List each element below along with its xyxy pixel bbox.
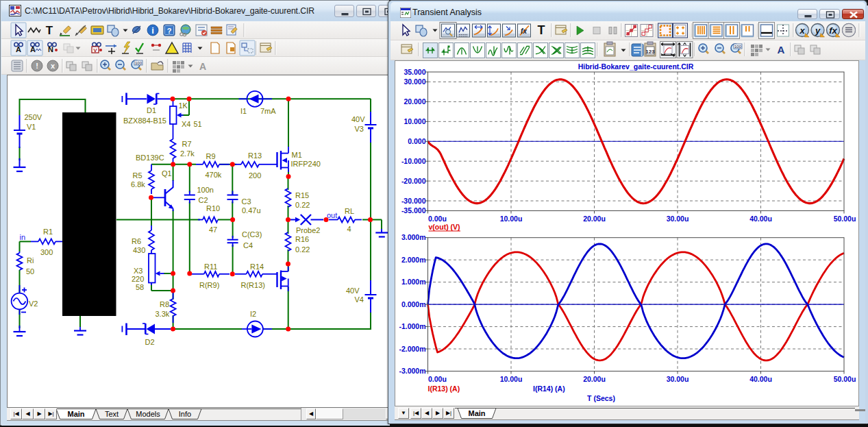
svg-text:20.000: 20.000 — [404, 97, 425, 106]
svg-text:3.3k: 3.3k — [156, 310, 170, 318]
svg-text:220: 220 — [132, 275, 144, 283]
svg-text:470k: 470k — [206, 171, 222, 179]
svg-text:R5: R5 — [133, 171, 142, 180]
svg-text:R15: R15 — [295, 191, 309, 199]
svg-text:-10.000: -10.000 — [401, 157, 426, 165]
svg-text:40V: 40V — [346, 286, 360, 295]
svg-text:M1: M1 — [292, 151, 302, 159]
svg-text:C4: C4 — [243, 241, 253, 249]
svg-text:Text: Text — [105, 410, 119, 418]
svg-text:N: N — [48, 45, 53, 53]
svg-text:51: 51 — [194, 120, 202, 128]
svg-text:58: 58 — [136, 283, 144, 291]
svg-text:R8: R8 — [160, 300, 169, 308]
svg-text:R16: R16 — [295, 235, 309, 243]
svg-text:-3.000m: -3.000m — [399, 367, 425, 375]
svg-text:C(C3): C(C3) — [242, 230, 262, 239]
svg-text:4: 4 — [347, 225, 351, 233]
svg-text:D1: D1 — [147, 106, 156, 114]
svg-text:V4: V4 — [355, 295, 364, 304]
svg-text:430: 430 — [133, 246, 145, 254]
svg-text:50: 50 — [26, 267, 34, 276]
svg-text:0.22: 0.22 — [295, 245, 310, 254]
svg-text:0.00u: 0.00u — [428, 375, 447, 383]
svg-text:20.00u: 20.00u — [583, 375, 606, 383]
svg-text:10.000: 10.000 — [404, 117, 425, 125]
svg-text:V2: V2 — [29, 300, 38, 308]
svg-text:-2.000m: -2.000m — [399, 345, 425, 353]
svg-text:A: A — [199, 61, 206, 72]
svg-text:A: A — [778, 44, 785, 56]
svg-text:Main: Main — [468, 409, 485, 417]
svg-text:-1.000m: -1.000m — [399, 322, 425, 330]
svg-text:v(out) (V): v(out) (V) — [429, 223, 460, 231]
svg-text:0.000: 0.000 — [408, 137, 425, 145]
svg-text:X3: X3 — [134, 267, 142, 275]
svg-text:X4: X4 — [182, 120, 190, 128]
svg-text:I(R13) (A): I(R13) (A) — [428, 385, 460, 393]
svg-text:Models: Models — [136, 410, 160, 418]
svg-text:T (Secs): T (Secs) — [587, 394, 615, 402]
svg-text:IRFP240: IRFP240 — [291, 160, 321, 168]
svg-text:T: T — [538, 23, 545, 37]
svg-text:40V: 40V — [351, 115, 365, 123]
svg-text:100: 100 — [135, 61, 142, 65]
svg-text:123: 123 — [645, 49, 655, 55]
svg-text:50.00u: 50.00u — [834, 375, 856, 383]
svg-text:2.7k: 2.7k — [180, 149, 195, 158]
svg-text:Ri: Ri — [27, 256, 34, 265]
svg-text:out: out — [327, 211, 337, 219]
svg-text:30.00u: 30.00u — [667, 215, 689, 223]
svg-text:in: in — [20, 233, 26, 241]
svg-text:20.00u: 20.00u — [583, 215, 606, 223]
svg-text:R1: R1 — [43, 228, 53, 236]
svg-text:200: 200 — [249, 171, 261, 180]
svg-text:!: ! — [36, 62, 38, 70]
svg-text:-20.000: -20.000 — [401, 177, 426, 185]
svg-text:R(R13): R(R13) — [241, 281, 265, 289]
svg-text:50.00u: 50.00u — [834, 215, 856, 223]
svg-text:R9: R9 — [206, 152, 216, 160]
svg-text:BZX884-B15: BZX884-B15 — [123, 117, 166, 125]
svg-text:10.00u: 10.00u — [500, 375, 523, 383]
svg-text:R10: R10 — [206, 204, 220, 212]
svg-text:250V: 250V — [25, 113, 42, 121]
svg-text:-35.000: -35.000 — [401, 206, 426, 215]
svg-text:100: 100 — [734, 45, 742, 49]
svg-text:2.000m: 2.000m — [401, 256, 426, 264]
svg-text:A: A — [30, 45, 36, 53]
svg-text:0.22: 0.22 — [295, 201, 310, 209]
svg-text:1K: 1K — [179, 101, 188, 110]
svg-text:I2: I2 — [250, 310, 256, 318]
svg-text:Probe2: Probe2 — [296, 226, 320, 234]
svg-text:10.00u: 10.00u — [500, 215, 523, 223]
svg-text:7mA: 7mA — [260, 107, 276, 115]
svg-text:40.00u: 40.00u — [749, 215, 772, 223]
svg-text:D2: D2 — [145, 338, 155, 346]
svg-text:40.00u: 40.00u — [749, 375, 772, 383]
svg-text:V3: V3 — [355, 125, 364, 133]
svg-text:?: ? — [167, 27, 172, 35]
svg-text:0.000m: 0.000m — [401, 300, 426, 308]
svg-text:I1: I1 — [240, 107, 247, 115]
svg-text:Info: Info — [179, 410, 191, 418]
svg-text:R(R9): R(R9) — [199, 281, 219, 289]
svg-text:A: A — [16, 45, 21, 53]
svg-text:R11: R11 — [204, 263, 217, 271]
svg-text:35.000: 35.000 — [404, 68, 425, 76]
svg-text:R14: R14 — [250, 263, 264, 271]
svg-text:BD139C: BD139C — [136, 154, 164, 162]
svg-text:Q1: Q1 — [162, 169, 172, 178]
svg-text:Main: Main — [67, 410, 84, 418]
svg-text:0.47u: 0.47u — [242, 206, 261, 215]
svg-text:3.000m: 3.000m — [401, 233, 426, 241]
svg-text:100n: 100n — [197, 186, 214, 194]
svg-text:Hibrid-Bokarev_gaite-cuurent.C: Hibrid-Bokarev_gaite-cuurent.CIR — [578, 62, 694, 71]
svg-text:y: y — [815, 25, 821, 36]
svg-text:RL: RL — [345, 207, 354, 215]
svg-text:300: 300 — [40, 248, 53, 256]
svg-text:1.000m: 1.000m — [401, 278, 426, 286]
svg-text:R6: R6 — [132, 237, 141, 245]
svg-text:I(R14) (A): I(R14) (A) — [533, 385, 565, 393]
svg-text:R13: R13 — [248, 151, 262, 160]
